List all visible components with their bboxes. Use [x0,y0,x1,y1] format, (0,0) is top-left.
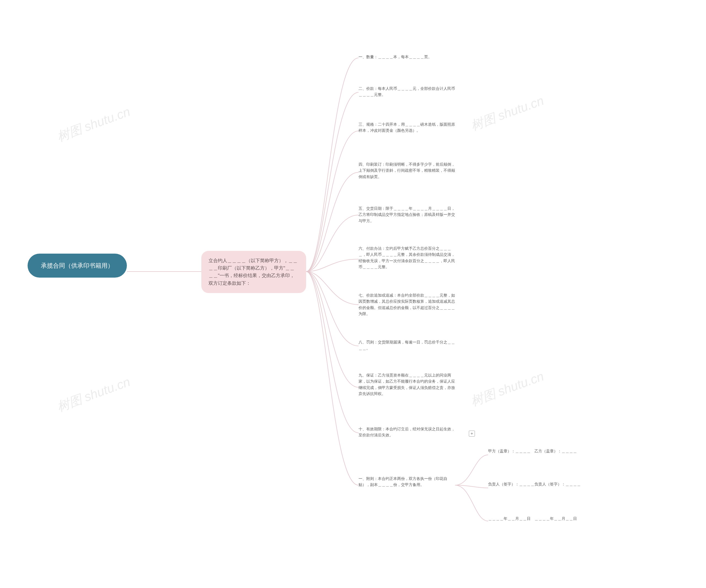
item-5[interactable]: 五、交货日期：限于＿＿＿＿年＿＿＿＿月＿＿＿＿日，乙方将印制成品交甲方指定地点验… [358,205,455,224]
leaf-date[interactable]: ＿＿＿＿年＿＿月＿＿日 ＿＿＿＿年＿＿月＿＿日 [488,515,585,521]
item-2[interactable]: 二、价款：每本人民币＿＿＿＿元，全部价款合计人民币＿＿＿＿元整。 [358,85,455,98]
item-10[interactable]: 十、有效期限：本合约订立后，经对保无误之日起生效，至价款付清后失效。 [358,426,455,438]
item-4[interactable]: 四、印刷装订：印刷须明晰，不得多字少字，前后颠倒，上下颠倒及字行歪斜，行间疏密不… [358,161,455,180]
item-8[interactable]: 八、罚则：交货限期届满，每逾一日，罚总价千分之＿＿＿＿。 [358,339,455,351]
expand-icon[interactable]: + [469,431,475,437]
item-1[interactable]: 一、数量：＿＿＿＿本，每本＿＿＿＿页。 [358,54,455,60]
intro-node[interactable]: 立合约人＿＿＿＿（以下简称甲方），＿＿＿＿印刷厂（以下简称乙方），甲方"＿＿＿＿… [201,251,306,293]
leaf-sign[interactable]: 负责人（签字）：＿＿＿＿负责人（签字）：＿＿＿＿ [488,481,585,487]
item-3[interactable]: 三、规格：二十四开本，用＿＿＿＿磅木造纸，版面照原样本，冲皮封面烫金（颜色另选）… [358,121,455,134]
leaf-seal[interactable]: 甲方（盖章）：＿＿＿＿ 乙方（盖章）：＿＿＿＿ [488,448,585,454]
item-6[interactable]: 六、付款办法：立约后甲方赋予乙方总价百分之＿＿＿＿，即人民币＿＿＿＿元整，其余价… [358,245,455,270]
item-7[interactable]: 七、价款追加或追减：本合约全部价款＿＿＿＿元整，如因页数增减，其总价应按实际页数… [358,292,455,317]
edge-layer [0,0,706,588]
root-node[interactable]: 承揽合同（供承印书籍用） [28,254,127,278]
item-9[interactable]: 九、保证：乙方须觅资本额在＿＿＿＿元以上的同业两家，以为保证，如乙方不能履行本合… [358,372,455,397]
item-11[interactable]: 一、附则：本合约正本两份，双方各执一份（印花自贴），副本＿＿＿＿份，交甲方备用。 [358,475,455,488]
